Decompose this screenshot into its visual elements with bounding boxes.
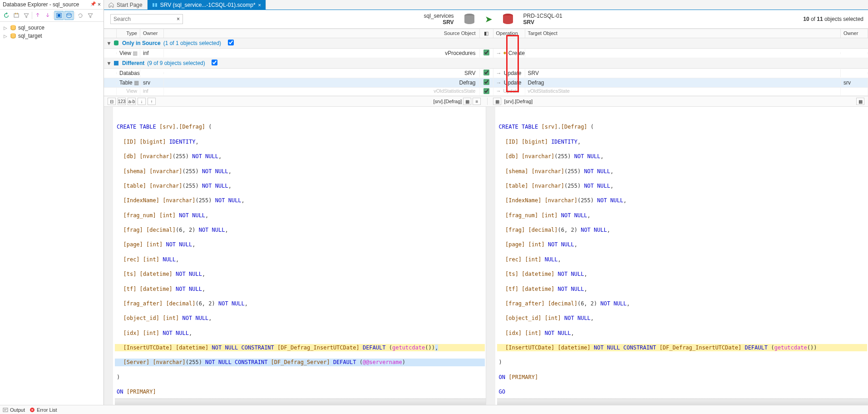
table-row[interactable]: Database 🗄 SRV → Update SRV	[104, 69, 868, 78]
row-checkbox[interactable]	[483, 79, 489, 85]
search-box[interactable]: ×	[110, 14, 183, 24]
compare-icon	[152, 2, 158, 8]
left-code-title: [srv].[Defrag]	[433, 99, 462, 104]
grid-icon-r[interactable]: ▦	[856, 98, 864, 105]
refresh2-icon[interactable]	[76, 11, 85, 20]
output-button[interactable]: Output	[3, 407, 25, 413]
col-type[interactable]: Type	[117, 29, 140, 38]
diff-icon	[113, 60, 119, 66]
home-icon	[108, 2, 114, 8]
col-checkbox-header[interactable]: ◧	[480, 29, 493, 38]
col-operation[interactable]: Operation	[493, 29, 525, 38]
chevron-right-icon[interactable]: ▷	[4, 25, 8, 30]
database-explorer: Database Explorer - sql_source 📌 ×	[0, 0, 104, 405]
code-toolbar: ⊟ 123 a-b ↓ ↑ [srv].[Defrag] ▦ ≡	[104, 96, 868, 107]
group-checkbox[interactable]	[228, 40, 234, 45]
pull-icon[interactable]	[43, 11, 52, 20]
svg-rect-6	[153, 3, 154, 7]
comparison-grid: Type Owner Source Object ◧ Operation Tar…	[104, 29, 868, 96]
refresh-icon[interactable]	[2, 11, 11, 20]
document-tabs: Start Page SRV (sql_service...-1CSQL-01)…	[104, 0, 868, 10]
svg-rect-7	[155, 3, 157, 7]
col-owner[interactable]: Owner	[140, 29, 164, 38]
new-conn-icon[interactable]	[12, 11, 21, 20]
svg-rect-12	[3, 408, 8, 412]
filter-icon[interactable]	[22, 11, 31, 20]
tree-node-source[interactable]: ▷ sql_source	[1, 24, 103, 32]
numbers-icon[interactable]: 123	[118, 98, 126, 105]
close-icon[interactable]: ×	[258, 2, 261, 8]
group-only-in-source[interactable]: ▾ Only in Source (1 of 1 objects selecte…	[104, 38, 868, 49]
table-row-selected[interactable]: Table ▦ srv Defrag → Update Defrag srv	[104, 78, 868, 88]
source-db-name: sql_services	[424, 13, 454, 19]
push-icon[interactable]	[33, 11, 42, 20]
col-target[interactable]: Target Object	[525, 29, 841, 38]
left-code-pane[interactable]: CREATE TABLE [srv].[Defrag] ( [ID] [bigi…	[104, 107, 486, 405]
row-checkbox[interactable]	[483, 50, 489, 55]
row-checkbox[interactable]	[483, 70, 489, 75]
group-different[interactable]: ▾ Different (9 of 9 objects selected)	[104, 58, 868, 69]
status-bar: Output Error List	[0, 405, 868, 414]
explorer-title: Database Explorer - sql_source	[3, 1, 79, 8]
arrow-right-icon: ➤	[485, 14, 493, 25]
database-icon	[10, 33, 16, 39]
tree-node-target[interactable]: ▷ sql_target	[1, 32, 103, 40]
target-db-icon	[502, 13, 514, 25]
table-row-truncated[interactable]: View inf vOldStatisticsState → Update vO…	[104, 88, 868, 96]
row-checkbox[interactable]	[483, 88, 489, 94]
svg-rect-2	[58, 14, 60, 17]
database-icon	[113, 40, 119, 46]
source-schema: SRV	[424, 19, 454, 25]
col-target-owner[interactable]: Owner	[841, 29, 868, 38]
pin-icon[interactable]: 📌	[90, 1, 96, 8]
clear-icon[interactable]: ×	[177, 16, 180, 22]
source-db-icon	[463, 13, 476, 25]
output-icon	[3, 407, 8, 413]
content-panel: Start Page SRV (sql_service...-1CSQL-01)…	[104, 0, 868, 405]
show-db-icon[interactable]	[64, 11, 74, 20]
down-icon[interactable]: ↓	[138, 98, 146, 105]
explorer-toolbar	[0, 10, 104, 22]
error-list-button[interactable]: Error List	[30, 407, 57, 413]
grid-icon[interactable]: ▦	[493, 98, 501, 105]
svg-point-3	[67, 13, 71, 15]
up-icon[interactable]: ↑	[148, 98, 156, 105]
right-code-title: [srv].[Defrag]	[504, 99, 533, 104]
target-schema: SRV	[523, 19, 562, 25]
close-explorer[interactable]: ×	[98, 1, 101, 8]
selection-count: 10 of 11 objects selected	[803, 16, 863, 22]
target-db-name: PRD-1CSQL-01	[523, 13, 562, 19]
search-input[interactable]	[113, 16, 168, 22]
code-compare: CREATE TABLE [srv].[Defrag] ( [ID] [bigi…	[104, 107, 868, 405]
ab-icon[interactable]: a-b	[128, 98, 136, 105]
tab-start-page[interactable]: Start Page	[104, 0, 148, 10]
filter2-icon[interactable]	[86, 11, 95, 20]
chevron-right-icon[interactable]: ▷	[4, 34, 8, 39]
svg-rect-11	[114, 61, 118, 65]
list-icon[interactable]: ≡	[473, 98, 481, 105]
error-icon	[30, 407, 35, 413]
col-source[interactable]: Source Object	[164, 29, 480, 38]
grid-icon[interactable]: ▦	[463, 98, 471, 105]
tab-compare-doc[interactable]: SRV (sql_service...-1CSQL-01).scomp* ×	[148, 0, 266, 10]
view-mode-icon[interactable]: ⊟	[108, 98, 116, 105]
show-all-icon[interactable]	[54, 11, 64, 20]
table-row[interactable]: View ▦ inf vProcedures →✦ Create	[104, 49, 868, 58]
group-checkbox[interactable]	[212, 60, 217, 65]
svg-rect-0	[14, 14, 19, 17]
database-icon	[10, 25, 16, 31]
right-code-pane[interactable]: CREATE TABLE [srv].[Defrag] ( [ID] [bigi…	[486, 107, 868, 405]
